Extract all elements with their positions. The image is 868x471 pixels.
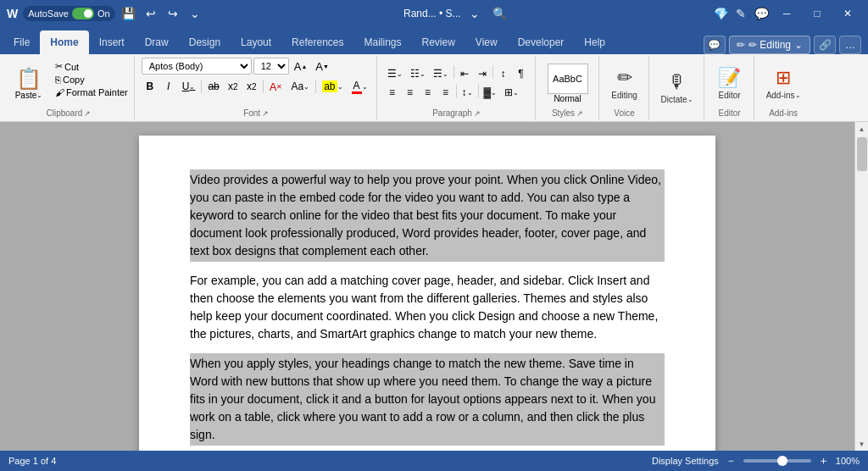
more-icon-btn[interactable]: … [839,36,861,54]
tab-view[interactable]: View [465,30,508,54]
status-right: Display Settings － ＋ 100% [652,453,860,468]
title-bar-left: W AutoSave On 💾 ↩ ↪ ⌄ [7,5,203,22]
bold-button[interactable]: B [142,78,159,95]
scrollbar-right[interactable]: ▲ ▼ [854,122,868,451]
tab-help[interactable]: Help [574,30,615,54]
font-shrink-button[interactable]: A▼ [312,58,332,75]
underline-button[interactable]: U ⌄ [179,78,199,95]
font-divider2 [263,80,264,93]
align-left-button[interactable]: ≡ [384,84,401,101]
dictate-dropdown: ⌄ [687,96,693,103]
font-group: Aptos (Body) 12 A▲ A▼ B I U ⌄ ab x2 x2 [136,56,377,119]
case-button[interactable]: Aa⌄ [287,78,313,95]
font-grow-button[interactable]: A▲ [291,58,311,75]
editing-large-icon: ✏ [617,67,632,89]
voice-group: ✏ Editing Voice [601,56,649,119]
editing-display-button[interactable]: ✏ Editing [606,64,643,103]
justify-button[interactable]: ≡ [437,84,454,101]
tab-design[interactable]: Design [179,30,231,54]
minimize-button[interactable]: ─ [773,0,800,27]
addins-content: ⊞ Add-ins ⌄ [761,58,806,108]
doc-area[interactable]: Video provides a powerful way to help yo… [0,122,854,451]
multilevel-button[interactable]: ☴⌄ [430,65,452,82]
format-painter-icon: 🖌 [55,87,64,97]
font-launcher[interactable]: ↗ [262,109,269,118]
autosave-toggle[interactable] [72,8,94,19]
dictate-content: 🎙 Dictate ⌄ [656,58,698,118]
strikethrough-button[interactable]: ab [204,78,222,95]
indent-inc-button[interactable]: ⇥ [474,65,491,82]
clear-format-button[interactable]: A✕ [266,78,287,95]
save-button[interactable]: 💾 [120,5,137,22]
styles-launcher[interactable]: ↗ [576,109,583,118]
tab-layout[interactable]: Layout [231,30,281,54]
show-para-button[interactable]: ¶ [513,65,530,82]
align-right-button[interactable]: ≡ [420,84,437,101]
dictate-button[interactable]: 🎙 Dictate ⌄ [656,68,698,108]
title-bar-center: Rand... • S... ⌄ 🔍 [403,2,512,25]
clipboard-launcher[interactable]: ↗ [84,109,91,118]
copy-button[interactable]: ⎘ Copy [53,74,131,86]
font-family-select[interactable]: Aptos (Body) [142,58,252,75]
zoom-out-button[interactable]: － [726,453,737,468]
tab-insert[interactable]: Insert [89,30,135,54]
tab-home[interactable]: Home [40,30,88,54]
undo-button[interactable]: ↩ [142,5,159,22]
editing-mode-button[interactable]: ✏ ✏ Editing ⌄ [729,36,810,54]
paragraph-launcher[interactable]: ↗ [474,109,481,118]
numbering-button[interactable]: ☷⌄ [407,65,429,82]
zoom-slider[interactable] [743,459,811,463]
close-button[interactable]: ✕ [834,0,861,27]
addins-button[interactable]: ⊞ Add-ins ⌄ [761,64,806,103]
italic-button[interactable]: I [160,78,177,95]
maximize-button[interactable]: □ [804,0,831,27]
scroll-thumb[interactable] [857,137,867,171]
search-button[interactable]: 🔍 [488,2,512,25]
display-settings-button[interactable]: Display Settings [652,456,719,466]
highlight-button[interactable]: ab ⌄ [319,78,346,95]
scroll-up-button[interactable]: ▲ [855,122,869,136]
paragraph-1: Video provides a powerful way to help yo… [190,169,665,262]
font-size-select[interactable]: 12 [253,58,289,75]
font-row1: Aptos (Body) 12 A▲ A▼ [142,58,332,75]
filename-dropdown[interactable]: ⌄ [466,5,483,22]
align-center-button[interactable]: ≡ [402,84,419,101]
zoom-in-button[interactable]: ＋ [818,453,829,468]
tab-developer[interactable]: Developer [508,30,575,54]
comments-icon-btn[interactable]: 💬 [704,36,726,54]
doc-scroll[interactable]: Video provides a powerful way to help yo… [0,122,854,451]
borders-button[interactable]: ⊞⌄ [501,84,522,101]
superscript-button[interactable]: x2 [243,78,260,95]
line-spacing-button[interactable]: ↕⌄ [459,84,476,101]
redo-button[interactable]: ↪ [164,5,181,22]
comments-button[interactable]: 💬 [753,5,770,22]
scroll-down-button[interactable]: ▼ [855,437,869,451]
tab-file[interactable]: File [3,30,40,54]
format-painter-button[interactable]: 🖌 Format Painter [53,86,131,98]
shading-button[interactable]: ▓⌄ [481,84,501,101]
ribbon-display-button[interactable]: ✎ [732,5,749,22]
tab-mailings[interactable]: Mailings [353,30,411,54]
subscript-button[interactable]: x2 [225,78,242,95]
styles-button[interactable]: AaBbC Normal [542,60,593,107]
customize-qat-button[interactable]: ⌄ [186,5,203,22]
tab-review[interactable]: Review [412,30,465,54]
editor-button[interactable]: 📝 Editor [711,64,748,103]
paste-button[interactable]: 📋 Paste ⌄ [7,60,51,106]
share-icon-btn[interactable]: 🔗 [814,36,836,54]
paragraph-group: ☰⌄ ☷⌄ ☴⌄ ⇤ ⇥ ↕ ¶ ≡ ≡ ≡ ≡ ↕⌄ [379,56,536,119]
tab-references[interactable]: References [281,30,353,54]
paragraph-content: ☰⌄ ☷⌄ ☴⌄ ⇤ ⇥ ↕ ¶ ≡ ≡ ≡ ≡ ↕⌄ [384,58,530,108]
paragraph-label: Paragraph ↗ [432,108,481,118]
sort-button[interactable]: ↕ [495,65,512,82]
indent-dec-button[interactable]: ⇤ [456,65,473,82]
addins-label: Add-ins [769,108,798,118]
voice-label: Voice [614,108,634,118]
cut-button[interactable]: ✂ Cut [53,60,131,73]
bullets-button[interactable]: ☰⌄ [384,65,406,82]
clipboard-label: Clipboard ↗ [46,108,91,118]
copilot-button[interactable]: 💎 [712,5,729,22]
text-color-button[interactable]: A ⌄ [348,78,371,95]
autosave-label: AutoSave [28,8,69,19]
tab-draw[interactable]: Draw [135,30,179,54]
